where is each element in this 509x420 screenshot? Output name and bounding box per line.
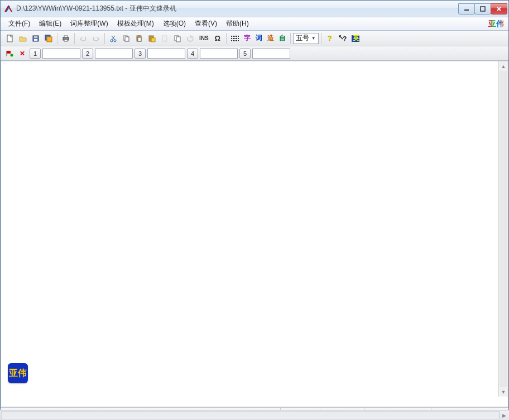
svg-rect-5: [34, 36, 37, 38]
scroll-up-icon[interactable]: ▲: [499, 61, 508, 71]
svg-rect-36: [236, 40, 237, 41]
save-all-icon[interactable]: [42, 32, 55, 45]
undo-icon[interactable]: [77, 32, 89, 45]
menu-dict[interactable]: 词库整理(W): [66, 17, 112, 30]
svg-rect-35: [234, 40, 236, 41]
svg-rect-25: [234, 36, 236, 37]
paste-special-icon[interactable]: [146, 32, 158, 45]
omega-icon[interactable]: Ω: [212, 32, 224, 45]
separator: [226, 33, 227, 44]
app-icon: [4, 4, 13, 13]
copy-icon[interactable]: [120, 32, 132, 45]
new-file-icon[interactable]: [4, 32, 16, 45]
refresh-icon[interactable]: [184, 32, 196, 45]
candidate-num-3[interactable]: 3: [135, 49, 146, 59]
translate-icon[interactable]: 英: [349, 32, 362, 45]
context-help-icon[interactable]: ?: [337, 32, 349, 45]
minimize-button[interactable]: [458, 3, 475, 15]
candidate-field-5[interactable]: [252, 49, 290, 59]
candidate-field-4[interactable]: [200, 49, 238, 59]
candidate-num-1[interactable]: 1: [30, 49, 41, 59]
save-icon[interactable]: [30, 32, 42, 45]
scroll-down-icon[interactable]: ▼: [499, 387, 508, 397]
svg-rect-29: [233, 38, 234, 39]
doc1-icon[interactable]: [159, 32, 171, 45]
maximize-button[interactable]: [474, 3, 491, 15]
svg-rect-31: [236, 38, 237, 39]
brand-logo: 亚伟: [487, 19, 505, 29]
svg-rect-16: [138, 35, 140, 36]
candidate-field-2[interactable]: [95, 49, 133, 59]
paste-icon[interactable]: [133, 32, 145, 45]
candidate-field-1[interactable]: [42, 49, 80, 59]
separator: [290, 33, 291, 44]
svg-rect-24: [233, 36, 234, 37]
window-title: D:\123\YWWin\YW-0921-113955.txt - 亚伟中文速录…: [16, 4, 459, 13]
titlebar: D:\123\YWWin\YW-0921-113955.txt - 亚伟中文速录…: [1, 1, 508, 17]
menu-file[interactable]: 文件(F): [4, 17, 35, 30]
svg-rect-23: [231, 36, 232, 37]
svg-rect-37: [238, 40, 239, 41]
separator: [57, 33, 57, 44]
doc2-icon[interactable]: [171, 32, 184, 45]
grid-icon[interactable]: [229, 32, 241, 45]
dropdown-arrow-icon: ▼: [311, 36, 316, 41]
svg-rect-20: [162, 36, 167, 41]
scroll-thumb[interactable]: [500, 71, 507, 387]
separator: [104, 33, 105, 44]
print-icon[interactable]: [60, 32, 72, 45]
svg-rect-2: [7, 35, 12, 42]
toolbar: INS Ω 字 词 造 自 五号 ▼ ? ? 英: [1, 31, 508, 46]
close-button[interactable]: [491, 3, 507, 15]
app-window: D:\123\YWWin\YW-0921-113955.txt - 亚伟中文速录…: [0, 0, 509, 420]
svg-rect-9: [64, 36, 68, 37]
candidate-num-4[interactable]: 4: [187, 49, 198, 59]
svg-text:英: 英: [352, 35, 359, 42]
hscroll-area: ◀ ▶: [0, 410, 509, 420]
candidate-close-icon[interactable]: ✕: [17, 48, 28, 59]
help-icon[interactable]: ?: [324, 32, 336, 45]
scroll-left-icon[interactable]: ◀: [0, 412, 1, 419]
menu-edit[interactable]: 编辑(E): [35, 17, 66, 30]
menubar: 文件(F) 编辑(E) 词库整理(W) 模板处理(M) 选项(O) 查看(V) …: [1, 17, 508, 31]
app-logo-badge[interactable]: 亚伟: [8, 363, 28, 383]
svg-rect-27: [238, 36, 239, 37]
candidate-field-3[interactable]: [147, 49, 185, 59]
svg-rect-19: [151, 38, 155, 42]
menu-help[interactable]: 帮助(H): [222, 17, 253, 30]
menu-options[interactable]: 选项(O): [159, 17, 190, 30]
word-button[interactable]: 词: [253, 32, 265, 45]
open-file-icon[interactable]: [17, 32, 29, 45]
menu-view[interactable]: 查看(V): [190, 17, 222, 30]
auto-button[interactable]: 自: [277, 32, 288, 45]
svg-rect-14: [125, 37, 129, 41]
vertical-scrollbar[interactable]: ▲ ▼: [498, 61, 508, 397]
scroll-right-icon[interactable]: ▶: [500, 412, 508, 419]
candidate-flag-icon[interactable]: [4, 48, 15, 59]
horizontal-scrollbar[interactable]: ◀ ▶: [1, 411, 500, 420]
svg-rect-10: [64, 40, 68, 41]
svg-rect-7: [47, 37, 52, 42]
svg-rect-32: [238, 38, 239, 39]
svg-point-43: [11, 54, 13, 56]
svg-rect-41: [7, 51, 11, 54]
svg-rect-4: [34, 39, 37, 41]
svg-text:?: ?: [343, 35, 347, 42]
text-editor[interactable]: [2, 62, 498, 406]
candidate-num-5[interactable]: 5: [239, 49, 251, 59]
cut-icon[interactable]: [107, 32, 119, 45]
font-size-select[interactable]: 五号 ▼: [293, 33, 319, 44]
redo-icon[interactable]: [90, 32, 102, 45]
candidate-num-2[interactable]: 2: [82, 49, 93, 59]
separator: [74, 33, 75, 44]
char-button[interactable]: 字: [242, 32, 253, 45]
font-size-value: 五号: [296, 33, 309, 43]
svg-rect-34: [233, 40, 234, 41]
insert-mode-button[interactable]: INS: [197, 32, 211, 45]
content-area: ▲ ▼ 亚伟: [1, 61, 508, 407]
make-button[interactable]: 造: [265, 32, 276, 45]
window-controls: [459, 3, 507, 15]
menu-template[interactable]: 模板处理(M): [113, 17, 159, 30]
svg-rect-1: [481, 7, 485, 11]
svg-rect-26: [236, 36, 237, 37]
